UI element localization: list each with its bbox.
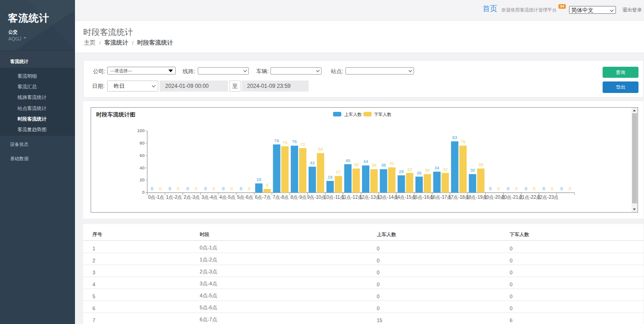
- svg-text:0: 0: [204, 186, 207, 191]
- svg-text:0: 0: [551, 186, 553, 191]
- svg-text:0: 0: [230, 186, 233, 191]
- svg-text:39: 39: [354, 162, 359, 167]
- svg-text:4点-5点: 4点-5点: [219, 194, 236, 199]
- svg-text:44: 44: [363, 159, 368, 164]
- svg-text:0: 0: [169, 186, 171, 191]
- svg-text:0: 0: [497, 186, 500, 191]
- svg-text:46: 46: [345, 157, 351, 162]
- svg-text:0: 0: [195, 186, 197, 191]
- svg-text:20: 20: [140, 177, 145, 182]
- svg-text:38: 38: [381, 162, 386, 168]
- svg-text:75: 75: [282, 139, 288, 145]
- svg-text:76: 76: [460, 139, 466, 144]
- svg-text:34: 34: [435, 165, 440, 170]
- svg-text:38: 38: [372, 162, 377, 168]
- svg-text:42: 42: [310, 160, 315, 165]
- svg-text:0: 0: [142, 190, 144, 195]
- svg-text:0点-1点: 0点-1点: [148, 194, 164, 199]
- svg-text:0: 0: [542, 186, 545, 191]
- svg-text:0: 0: [186, 186, 189, 191]
- svg-text:1点-2点: 1点-2点: [166, 194, 182, 199]
- svg-text:72: 72: [300, 141, 305, 146]
- svg-text:5点-6点: 5点-6点: [237, 194, 253, 199]
- svg-text:0: 0: [525, 186, 527, 191]
- svg-text:0: 0: [151, 186, 153, 191]
- svg-text:64: 64: [318, 146, 323, 151]
- svg-text:8点-9点: 8点-9点: [291, 194, 307, 199]
- svg-text:22点-23点: 22点-23点: [537, 194, 558, 199]
- svg-text:0: 0: [560, 186, 563, 191]
- svg-text:0: 0: [248, 186, 250, 191]
- svg-text:3点-4点: 3点-4点: [201, 194, 218, 199]
- svg-text:2点-3点: 2点-3点: [184, 194, 200, 199]
- svg-text:0: 0: [515, 186, 518, 191]
- svg-text:0: 0: [533, 186, 535, 191]
- svg-text:26: 26: [417, 170, 422, 175]
- svg-text:0: 0: [159, 186, 161, 191]
- svg-text:80: 80: [140, 140, 145, 145]
- svg-text:27: 27: [336, 169, 341, 174]
- svg-text:0: 0: [222, 186, 224, 191]
- svg-text:30: 30: [470, 168, 475, 173]
- svg-text:39: 39: [478, 162, 483, 167]
- svg-text:6点-7点: 6点-7点: [255, 194, 271, 199]
- svg-text:19: 19: [328, 174, 333, 179]
- svg-text:30: 30: [425, 168, 430, 173]
- svg-text:0: 0: [240, 186, 242, 191]
- svg-text:83: 83: [452, 134, 457, 139]
- svg-text:15: 15: [256, 177, 261, 182]
- svg-text:7点-8点: 7点-8点: [273, 194, 289, 199]
- svg-text:0: 0: [489, 186, 491, 191]
- svg-text:0: 0: [213, 186, 215, 191]
- svg-text:6: 6: [266, 182, 268, 187]
- svg-text:100: 100: [137, 127, 144, 133]
- svg-text:28: 28: [399, 168, 404, 174]
- svg-text:0: 0: [569, 186, 571, 191]
- svg-text:32: 32: [443, 166, 448, 171]
- svg-text:9点-10点: 9点-10点: [307, 194, 326, 199]
- svg-text:78: 78: [274, 138, 279, 143]
- svg-text:60: 60: [140, 152, 145, 157]
- svg-text:0: 0: [177, 186, 179, 191]
- svg-text:40: 40: [140, 165, 145, 170]
- svg-text:32: 32: [407, 166, 412, 171]
- svg-text:0: 0: [507, 186, 509, 191]
- svg-text:76: 76: [292, 139, 297, 144]
- svg-text:41: 41: [389, 161, 394, 166]
